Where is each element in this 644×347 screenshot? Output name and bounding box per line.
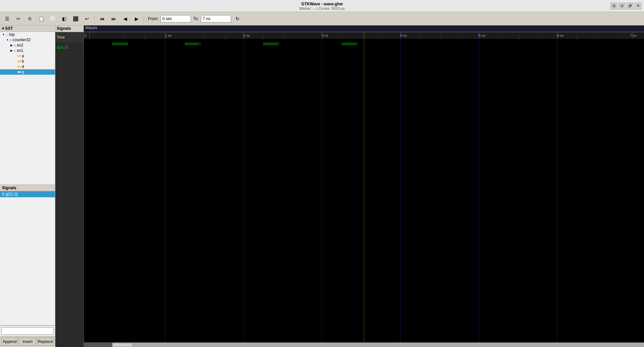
- tick-label-1ns: 1 ns: [165, 34, 171, 38]
- tick-label-0: 0: [85, 34, 87, 38]
- from-label: From:: [148, 16, 158, 21]
- waveform-svg: 0 1 ns 2 ns 3 ns 4 ns: [84, 32, 644, 342]
- toolbar: ☰ ✂ ⎘ 📋 ⬜ ◧ ⬛ ↩ ⏮ ⏭ ◀ ▶ From: To: ↻: [0, 12, 644, 25]
- tree-item-b[interactable]: ▶ ■■ b: [0, 59, 55, 64]
- wave-header-row: Signals Waves: [55, 25, 644, 32]
- cut-button[interactable]: ✂: [13, 14, 23, 23]
- search-bar: [0, 326, 55, 336]
- tick-label-4ns: 4 ns: [400, 34, 407, 38]
- signal-icon-a: ■■: [17, 54, 21, 58]
- q31-label: q[31:0]: [57, 45, 68, 49]
- wave-area: Signals Waves Time q[31:0]: [55, 25, 644, 347]
- wave-seg-0: 00000000: [112, 42, 128, 46]
- wave-rows: Time q[31:0] 0: [55, 32, 644, 347]
- signals-col-header: Signals: [55, 25, 84, 32]
- component-icon-sn2: ⊞: [13, 44, 16, 47]
- toolbar-separator-1: [94, 14, 95, 23]
- sst-collapse-icon[interactable]: ▾: [2, 26, 4, 31]
- cursor-info: Marker: -- | Cursor: 5010 ps: [300, 6, 345, 10]
- waves-col-header: Waves: [84, 25, 644, 32]
- scrollbar-thumb[interactable]: [112, 343, 132, 347]
- q31-signal-row: q[31:0]: [55, 42, 84, 52]
- replace-button[interactable]: Replace: [37, 338, 54, 346]
- to-input[interactable]: [201, 15, 231, 22]
- tree-item-a[interactable]: ▶ ■■ a: [0, 53, 55, 59]
- menu-button[interactable]: ☰: [2, 14, 12, 23]
- component-icon-sn1: ⊞: [13, 49, 16, 53]
- from-input[interactable]: [161, 15, 191, 22]
- main-content: ▾ SST ▾ ⬡ top ▾ ⊞ counter32 ▶: [0, 25, 644, 347]
- prev-button[interactable]: ◀: [120, 14, 130, 23]
- restore-button[interactable]: 🗗: [627, 3, 633, 9]
- signal-names-col: Time q[31:0]: [55, 32, 84, 347]
- insert-button[interactable]: Insert: [19, 338, 36, 346]
- tree-item-sn1[interactable]: ▶ ⊞ sn1: [0, 48, 55, 53]
- sst-tree: ▾ ⬡ top ▾ ⊞ counter32 ▶ ⊞ sn2: [0, 32, 55, 75]
- component-icon-counter32: ⊞: [9, 38, 12, 42]
- tick-label-2ns: 2 ns: [244, 34, 250, 38]
- sst-panel: ▾ SST ▾ ⬡ top ▾ ⊞ counter32 ▶: [0, 25, 55, 185]
- scrollbar-area[interactable]: [84, 342, 644, 347]
- minimize-button[interactable]: ⊟: [610, 3, 617, 9]
- time-label: Time: [57, 35, 65, 39]
- tree-label-sn1: sn1: [17, 48, 23, 53]
- titlebar-title: GTKWave - wave.ghw Marker: -- | Cursor: …: [300, 2, 345, 10]
- tree-item-q[interactable]: ▶ ■■ q: [0, 69, 55, 75]
- sst-label: SST: [5, 26, 13, 31]
- tree-item-sn2[interactable]: ▶ ⊞ sn2: [0, 43, 55, 48]
- tick-label-7ns: 7 ns: [630, 34, 636, 38]
- signals-header: Signals: [0, 185, 55, 191]
- tree-label-counter32: counter32: [13, 38, 31, 42]
- paste-button[interactable]: 📋: [36, 14, 46, 23]
- select-rect-button[interactable]: ⬛: [70, 14, 80, 23]
- maximize-button[interactable]: ⊡: [619, 3, 625, 9]
- wave-seg-3: 00000003: [341, 42, 358, 46]
- waveform-canvas[interactable]: 0 1 ns 2 ns 3 ns 4 ns: [84, 32, 644, 342]
- to-label: To:: [193, 16, 199, 21]
- titlebar: GTKWave - wave.ghw Marker: -- | Cursor: …: [0, 0, 644, 12]
- bottom-buttons: Append Insert Replace: [0, 336, 55, 347]
- tick-label-5ns: 5 ns: [479, 34, 485, 38]
- tree-label-top: top: [9, 32, 15, 37]
- signal-item-q31[interactable]: 0 q[31:0]: [0, 191, 55, 197]
- copy-button[interactable]: ⎘: [25, 14, 35, 23]
- undo-button[interactable]: ↩: [82, 14, 92, 23]
- tree-item-top[interactable]: ▾ ⬡ top: [0, 32, 55, 37]
- expand-arrow-top[interactable]: ▾: [1, 33, 5, 36]
- tree-item-counter32[interactable]: ▾ ⊞ counter32: [0, 37, 55, 43]
- titlebar-controls: ⊟ ⊡ 🗗 ✕: [610, 0, 641, 12]
- module-icon-top: ⬡: [5, 33, 8, 37]
- scrollbar-track[interactable]: [112, 343, 644, 347]
- close-button[interactable]: ✕: [635, 3, 641, 9]
- append-button[interactable]: Append: [1, 338, 18, 346]
- expand-arrow-counter32[interactable]: ▾: [5, 38, 9, 42]
- refresh-button[interactable]: ↻: [232, 14, 243, 23]
- expand-arrow-sn2[interactable]: ▶: [9, 44, 13, 47]
- signal-icon-b: ■■: [17, 60, 21, 63]
- search-input[interactable]: [1, 327, 54, 335]
- window-title: GTKWave - wave.ghw: [300, 2, 345, 6]
- tick-label-3ns: 3 ns: [322, 34, 328, 38]
- signal-icon-d: ■■: [17, 65, 21, 68]
- waves-label: Waves: [84, 25, 97, 30]
- rewind-button[interactable]: ⏮: [97, 14, 107, 23]
- expand-arrow-sn1[interactable]: ▶: [9, 49, 13, 52]
- tree-label-sn2: sn2: [17, 43, 23, 48]
- tick-label-6ns: 6 ns: [557, 34, 564, 38]
- time-signal-row: Time: [55, 32, 84, 42]
- wave-seg-1: 00000001: [185, 42, 201, 46]
- wave-seg-2: 00000002: [263, 42, 279, 46]
- tree-label-d: d: [22, 64, 24, 69]
- fast-forward-button[interactable]: ⏭: [109, 14, 119, 23]
- toolbar-separator-2: [144, 14, 145, 23]
- sst-header: ▾ SST: [0, 25, 55, 32]
- tree-item-d[interactable]: ▶ ■■ d: [0, 64, 55, 69]
- wave-right: 0 1 ns 2 ns 3 ns 4 ns: [84, 32, 644, 347]
- tree-label-a: a: [22, 54, 24, 58]
- select-all-button[interactable]: ⬜: [48, 14, 58, 23]
- tree-label-b: b: [22, 59, 24, 64]
- signal-icon-q: ■■: [17, 70, 21, 74]
- left-panel: ▾ SST ▾ ⬡ top ▾ ⊞ counter32 ▶: [0, 25, 55, 347]
- next-button[interactable]: ▶: [131, 14, 142, 23]
- deselect-button[interactable]: ◧: [59, 14, 69, 23]
